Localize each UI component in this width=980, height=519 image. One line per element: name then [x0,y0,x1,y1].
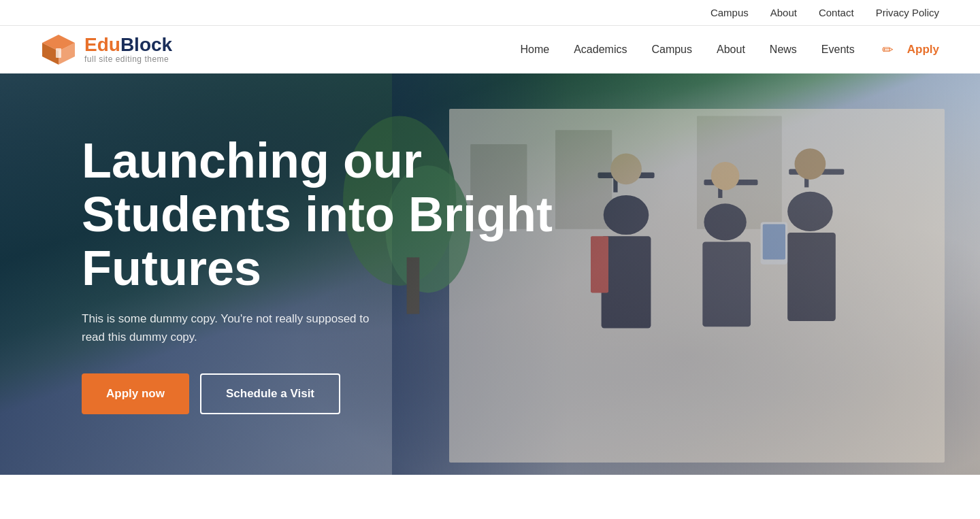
schedule-visit-button[interactable]: Schedule a Visit [200,373,340,414]
hero-section: Launching our Students into Bright Futur… [0,73,980,475]
topbar-privacy-link[interactable]: Privacy Policy [876,7,939,18]
topbar-campus-link[interactable]: Campus [710,7,749,18]
logo-icon [41,32,76,67]
hero-content: Launching our Students into Bright Futur… [0,73,980,475]
nav-actions: ✏ Apply [882,41,939,58]
svg-rect-3 [56,48,61,58]
nav-academics[interactable]: Academics [574,44,627,55]
main-nav: EduBlock full site editing theme Home Ac… [0,26,980,73]
logo-text: EduBlock full site editing theme [84,35,172,64]
logo-tagline: full site editing theme [84,54,172,64]
pencil-icon[interactable]: ✏ [882,41,894,58]
nav-events[interactable]: Events [821,44,855,55]
hero-title: Launching our Students into Bright Futur… [82,134,640,296]
hero-buttons: Apply now Schedule a Visit [82,373,898,414]
nav-links: Home Academics Campus About News Events [521,44,855,56]
nav-about[interactable]: About [717,44,745,55]
nav-apply-link[interactable]: Apply [907,43,939,56]
logo[interactable]: EduBlock full site editing theme [41,32,172,67]
nav-news[interactable]: News [770,44,797,55]
topbar-about-link[interactable]: About [770,7,797,18]
nav-home[interactable]: Home [521,44,550,55]
logo-name: EduBlock [84,35,172,54]
topbar-contact-link[interactable]: Contact [819,7,854,18]
top-bar: Campus About Contact Privacy Policy [0,0,980,26]
nav-campus[interactable]: Campus [651,44,692,55]
apply-now-button[interactable]: Apply now [82,373,189,414]
hero-subtitle: This is some dummy copy. You're not real… [82,309,381,346]
